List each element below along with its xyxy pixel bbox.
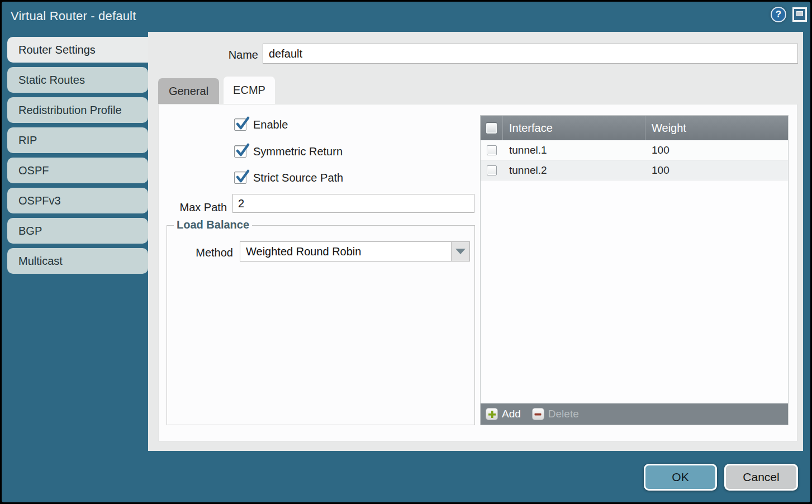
window-restore-icon[interactable] [792,7,807,22]
plus-icon [486,408,498,420]
column-header-weight[interactable]: Weight [645,116,788,140]
symmetric-return-checkbox[interactable] [234,145,246,158]
row-checkbox[interactable] [487,165,497,175]
sidebar-item-rip[interactable]: RIP [7,127,148,153]
cell-interface: tunnel.2 [503,160,645,180]
minus-icon [532,408,544,420]
tab-ecmp[interactable]: ECMP [224,77,275,104]
ecmp-interface-table: Interface Weight tunnel.1 100 [480,115,789,425]
row-checkbox[interactable] [487,145,497,155]
table-empty-area [481,180,788,403]
strict-source-path-checkbox[interactable] [234,172,246,184]
sidebar-item-static-routes[interactable]: Static Routes [7,67,148,93]
sidebar-item-ospf[interactable]: OSPF [7,158,148,183]
cell-weight: 100 [645,160,788,180]
window-restore-icon-inner [796,11,803,16]
table-header: Interface Weight [481,116,788,140]
dialog-title: Virtual Router - default [11,9,136,23]
content-area: Name General ECMP Enable Symm [148,32,803,451]
column-header-weight-label: Weight [652,122,686,135]
row-checkbox-cell [481,160,503,180]
sidebar-item-bgp[interactable]: BGP [7,218,148,244]
ok-button[interactable]: OK [644,464,717,491]
cancel-button[interactable]: Cancel [724,464,798,491]
check-icon [235,116,250,131]
sidebar-item-router-settings[interactable]: Router Settings [7,37,148,63]
add-button-label: Add [502,408,521,420]
symmetric-return-label: Symmetric Return [253,145,343,158]
sidebar-item-multicast[interactable]: Multicast [7,248,148,274]
column-header-interface-label: Interface [509,122,553,135]
sidebar: Router Settings Static Routes Redistribu… [2,32,148,502]
cell-interface: tunnel.1 [503,140,645,160]
header-checkbox-cell [481,116,503,140]
table-row[interactable]: tunnel.1 100 [481,140,788,160]
load-balance-group: Load Balance Method Weighted Round Robin [167,225,475,425]
virtual-router-dialog: Virtual Router - default ? Router Settin… [2,2,810,502]
enable-checkbox[interactable] [234,118,246,131]
add-button[interactable]: Add [486,408,521,420]
table-row[interactable]: tunnel.2 100 [481,160,788,180]
row-checkbox-cell [481,140,503,160]
symmetric-return-row: Symmetric Return [234,145,343,158]
max-path-label: Max Path [159,198,227,217]
check-icon [235,169,250,184]
name-label: Name [210,49,258,61]
check-icon [235,143,250,158]
select-all-checkbox[interactable] [486,123,497,134]
title-bar: Virtual Router - default ? [2,2,810,32]
tab-general[interactable]: General [158,78,219,104]
chevron-down-icon [455,249,466,254]
delete-button-label: Delete [548,408,579,420]
sidebar-item-ospfv3[interactable]: OSPFv3 [7,188,148,213]
strict-source-path-row: Strict Source Path [234,171,343,184]
method-selected-value: Weighted Round Robin [246,242,361,261]
enable-row: Enable [234,118,288,131]
strict-source-path-label: Strict Source Path [253,172,343,184]
cell-weight: 100 [645,140,788,160]
max-path-input[interactable] [232,194,474,213]
load-balance-legend: Load Balance [174,218,252,231]
table-footer: Add Delete [481,403,788,425]
help-icon[interactable]: ? [771,7,786,22]
ecmp-tab-panel: Enable Symmetric Return Strict Source Pa… [158,104,797,441]
method-select[interactable]: Weighted Round Robin [240,241,470,261]
method-label: Method [167,243,233,263]
dropdown-button[interactable] [451,242,469,261]
sidebar-item-redistribution-profile[interactable]: Redistribution Profile [7,97,148,123]
enable-label: Enable [253,118,288,131]
column-header-interface[interactable]: Interface [503,116,645,140]
delete-button[interactable]: Delete [532,408,579,420]
name-input[interactable] [263,44,798,64]
